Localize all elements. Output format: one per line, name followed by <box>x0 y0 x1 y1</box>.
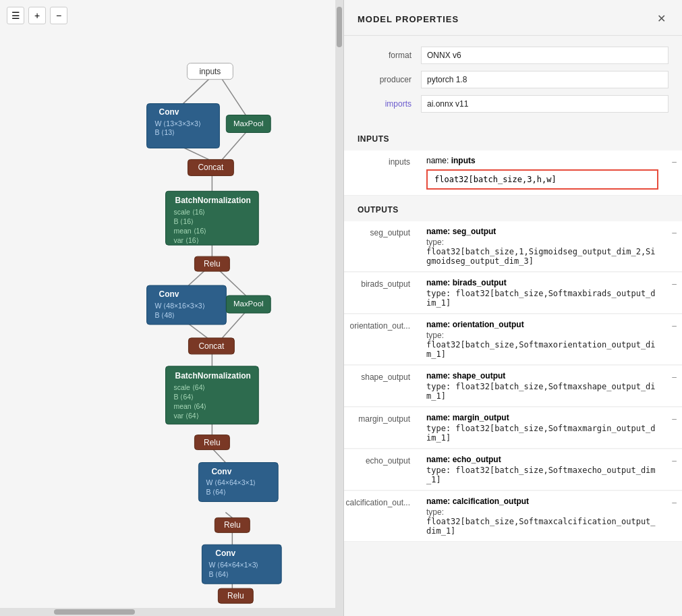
output-shape-name: name: shape_output <box>426 371 658 381</box>
format-label: format <box>358 51 411 60</box>
svg-text:Relu: Relu <box>227 591 244 600</box>
output-calcification: calcification_out... name: calcification… <box>344 491 682 542</box>
node-conv1[interactable]: Conv W ⟨13×3×3×3⟩ B ⟨13⟩ <box>147 104 220 148</box>
svg-text:B ⟨64⟩: B ⟨64⟩ <box>206 488 226 496</box>
svg-text:var ⟨64⟩: var ⟨64⟩ <box>173 412 198 420</box>
node-maxpool1[interactable]: MaxPool <box>226 115 271 133</box>
input-type-highlighted: float32[batch_size,3,h,w] <box>426 169 658 190</box>
horizontal-scrollbar-thumb[interactable] <box>54 609 135 615</box>
svg-text:Conv: Conv <box>211 467 231 476</box>
svg-text:BatchNormalization: BatchNormalization <box>175 371 250 381</box>
inputs-section-header: INPUTS <box>344 125 682 150</box>
properties-panel: MODEL PROPERTIES ✕ format ONNX v6 produc… <box>344 0 682 616</box>
svg-line-6 <box>188 270 205 285</box>
output-shape-dash: – <box>666 366 682 389</box>
output-seg-dash: – <box>666 221 682 244</box>
svg-text:Relu: Relu <box>204 438 221 447</box>
node-bn2[interactable]: BatchNormalization scale ⟨64⟩ B ⟨64⟩ mea… <box>166 366 259 424</box>
node-relu4[interactable]: Relu <box>218 588 253 603</box>
output-echo-label: echo_output <box>344 449 418 472</box>
node-conv3[interactable]: Conv W ⟨64×64×3×1⟩ B ⟨64⟩ <box>198 463 278 502</box>
output-margin-type: type: float32[batch_size,Softmaxmargin_o… <box>426 424 658 443</box>
svg-text:mean ⟨16⟩: mean ⟨16⟩ <box>173 227 206 235</box>
node-bn1[interactable]: BatchNormalization scale ⟨16⟩ B ⟨16⟩ mea… <box>166 191 259 245</box>
node-conv4[interactable]: Conv W ⟨64×64×1×3⟩ B ⟨64⟩ <box>202 544 281 584</box>
node-relu1[interactable]: Relu <box>194 256 229 271</box>
producer-row: producer pytorch 1.8 <box>358 71 669 88</box>
svg-text:W ⟨64×64×3×1⟩: W ⟨64×64×3×1⟩ <box>206 479 256 486</box>
output-orientation-content: name: orientation_output type: float32[b… <box>418 314 666 364</box>
output-birads-label: birads_output <box>344 273 418 296</box>
zoom-in-button[interactable]: + <box>28 7 46 24</box>
svg-text:mean ⟨64⟩: mean ⟨64⟩ <box>173 403 206 410</box>
meta-section: format ONNX v6 producer pytorch 1.8 impo… <box>344 36 682 125</box>
svg-text:Relu: Relu <box>224 520 241 530</box>
input-label: inputs <box>344 150 418 173</box>
list-button[interactable]: ☰ <box>7 7 24 24</box>
output-shape-content: name: shape_output type: float32[batch_s… <box>418 366 666 406</box>
node-maxpool2[interactable]: MaxPool <box>226 296 271 313</box>
properties-title: MODEL PROPERTIES <box>358 14 459 24</box>
output-orientation: orientation_out... name: orientation_out… <box>344 314 682 365</box>
output-birads-name: name: birads_output <box>426 278 658 287</box>
output-margin: margin_output name: margin_output type: … <box>344 408 682 449</box>
node-concat1[interactable]: Concat <box>188 159 233 175</box>
svg-line-1 <box>222 80 246 115</box>
close-button[interactable]: ✕ <box>654 12 669 26</box>
node-relu2[interactable]: Relu <box>194 435 229 450</box>
zoom-out-button[interactable]: − <box>50 7 67 24</box>
output-echo-content: name: echo_output type: float32[batch_si… <box>418 449 666 490</box>
output-orientation-name: name: orientation_output <box>426 320 658 329</box>
svg-text:MaxPool: MaxPool <box>233 119 264 128</box>
svg-text:Conv: Conv <box>159 107 179 117</box>
toolbar: ☰ + − <box>7 7 67 24</box>
node-concat2[interactable]: Concat <box>188 338 234 354</box>
graph-content[interactable]: inputs Conv W ⟨13×3×3×3⟩ B ⟨13⟩ MaxPool … <box>0 0 343 616</box>
svg-text:inputs: inputs <box>199 67 221 76</box>
svg-text:Concat: Concat <box>198 341 225 351</box>
output-calcification-label: calcification_out... <box>344 491 418 514</box>
node-relu3[interactable]: Relu <box>215 517 250 532</box>
svg-text:scale ⟨16⟩: scale ⟨16⟩ <box>173 208 205 216</box>
node-conv2[interactable]: Conv W ⟨48×16×3×3⟩ B ⟨48⟩ <box>147 285 227 325</box>
svg-text:Conv: Conv <box>215 549 235 558</box>
output-birads-content: name: birads_output type: float32[batch_… <box>418 273 666 313</box>
input-content: name: inputs float32[batch_size,3,h,w] <box>418 150 666 195</box>
output-seg-name: name: seg_output <box>426 227 658 236</box>
svg-line-0 <box>183 80 208 104</box>
output-shape: shape_output name: shape_output type: fl… <box>344 366 682 407</box>
input-name: name: inputs <box>426 156 658 165</box>
output-calcification-name: name: calcification_output <box>426 497 658 506</box>
svg-text:BatchNormalization: BatchNormalization <box>175 196 250 205</box>
output-seg: seg_output name: seg_output type: float3… <box>344 221 682 272</box>
graph-panel: ☰ + − <box>0 0 344 616</box>
output-margin-content: name: margin_output type: float32[batch_… <box>418 408 666 448</box>
svg-text:W ⟨64×64×1×3⟩: W ⟨64×64×1×3⟩ <box>208 561 258 569</box>
output-calcification-type: float32[batch_size,Softmaxcalcification_… <box>426 517 658 536</box>
properties-body[interactable]: format ONNX v6 producer pytorch 1.8 impo… <box>344 36 682 616</box>
output-echo-name: name: echo_output <box>426 455 658 464</box>
svg-text:B ⟨64⟩: B ⟨64⟩ <box>173 393 194 401</box>
input-dash: – <box>666 150 682 173</box>
horizontal-scrollbar[interactable] <box>0 608 343 616</box>
output-orientation-dash: – <box>666 314 682 337</box>
svg-text:W ⟨48×16×3×3⟩: W ⟨48×16×3×3⟩ <box>155 302 205 310</box>
svg-line-13 <box>225 512 232 517</box>
outputs-section-header: OUTPUTS <box>344 196 682 221</box>
format-value: ONNX v6 <box>421 47 669 64</box>
imports-value: ai.onnx v11 <box>421 95 669 113</box>
svg-line-12 <box>212 449 225 463</box>
node-inputs[interactable]: inputs <box>187 63 233 80</box>
vertical-scrollbar-thumb[interactable] <box>337 7 342 47</box>
vertical-scrollbar[interactable] <box>335 0 343 616</box>
output-birads-type: type: float32[batch_size,Softmaxbirads_o… <box>426 289 658 308</box>
svg-text:B ⟨48⟩: B ⟨48⟩ <box>155 312 175 319</box>
svg-line-2 <box>183 147 208 159</box>
output-seg-content: name: seg_output type: float32[batch_siz… <box>418 221 666 271</box>
output-calcification-content: name: calcification_output type: float32… <box>418 491 666 541</box>
output-echo: echo_output name: echo_output type: floa… <box>344 449 682 491</box>
output-orientation-label: orientation_out... <box>344 314 418 337</box>
properties-header: MODEL PROPERTIES ✕ <box>344 0 682 36</box>
svg-text:B ⟨13⟩: B ⟨13⟩ <box>155 130 175 137</box>
svg-text:B ⟨64⟩: B ⟨64⟩ <box>208 571 229 578</box>
